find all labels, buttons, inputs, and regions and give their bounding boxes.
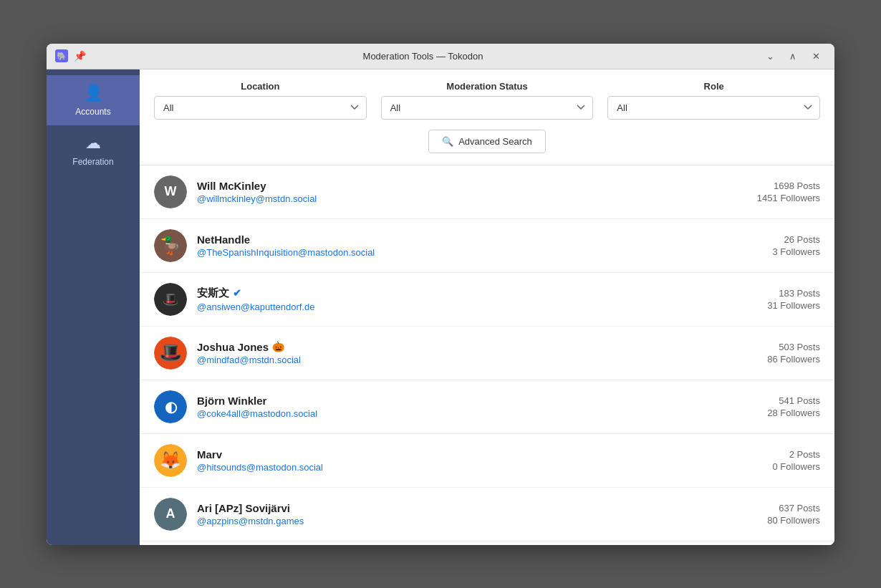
account-stats: 2 Posts 0 Followers (773, 449, 820, 472)
close-button[interactable]: ✕ (806, 49, 826, 63)
account-row[interactable]: ◐ Björn Winkler @coke4all@mastodon.socia… (140, 380, 834, 434)
advanced-search-row: 🔍 Advanced Search (154, 130, 820, 153)
account-name: Björn Winkler (197, 395, 753, 407)
maximize-button[interactable]: ∧ (783, 49, 803, 63)
app-icon: 🐘 (55, 49, 68, 62)
stat-followers: 86 Followers (767, 354, 820, 365)
stat-followers: 28 Followers (767, 408, 820, 418)
role-filter-group: Role All User Moderator Admin (607, 81, 820, 120)
account-info: Joshua Jones 🎃 @mindfad@mstdn.social (197, 341, 753, 365)
search-icon: 🔍 (442, 136, 453, 147)
account-name: NetHandle (197, 233, 759, 246)
account-name: Ari [APz] Sovijärvi (197, 502, 753, 514)
account-avatar: ◐ (154, 390, 187, 423)
federation-label: Federation (72, 157, 113, 167)
account-row[interactable]: 🦊 Marv @hitsounds@mastodon.social 2 Post… (140, 434, 834, 488)
account-name: 安斯文 ✔ (197, 286, 753, 300)
account-row[interactable]: G Giacomo Delfin ✔ @gdelfinch@paquita.ma… (140, 541, 834, 545)
account-avatar: W (154, 175, 187, 208)
moderation-status-label: Moderation Status (381, 81, 594, 92)
app-window: 🐘 📌 Moderation Tools — Tokodon ⌄ ∧ ✕ 👤 A… (47, 44, 834, 545)
federation-icon: ☁ (85, 134, 101, 153)
account-stats: 1698 Posts 1451 Followers (757, 180, 820, 203)
location-filter-group: Location All Local Remote (154, 81, 367, 120)
stat-posts: 503 Posts (767, 342, 820, 352)
account-info: NetHandle @TheSpanishInquisition@mastodo… (197, 233, 759, 258)
location-label: Location (154, 81, 367, 92)
moderation-filter-group: Moderation Status All Active Silenced Su… (381, 81, 594, 120)
pin-icon[interactable]: 📌 (74, 50, 86, 62)
stat-posts: 183 Posts (767, 288, 820, 299)
stat-followers: 0 Followers (773, 461, 820, 472)
window-title: Moderation Tools — Tokodon (363, 51, 483, 62)
main-content: Location All Local Remote Moderation Sta… (140, 69, 834, 545)
account-handle[interactable]: @coke4all@mastodon.social (197, 408, 753, 419)
account-name: Will McKinley (197, 180, 743, 192)
account-info: Björn Winkler @coke4all@mastodon.social (197, 395, 753, 419)
stat-posts: 1698 Posts (757, 180, 820, 191)
stat-posts: 541 Posts (767, 395, 820, 406)
minimize-button[interactable]: ⌄ (760, 49, 780, 63)
account-avatar: 🎩 (154, 337, 187, 370)
stat-posts: 26 Posts (773, 234, 820, 245)
stat-posts: 2 Posts (773, 449, 820, 460)
account-avatar: 🦆 (154, 229, 187, 262)
account-handle[interactable]: @apzpins@mstdn.games (197, 516, 753, 526)
stat-followers: 1451 Followers (757, 193, 820, 203)
account-stats: 503 Posts 86 Followers (767, 342, 820, 365)
advanced-search-button[interactable]: 🔍 Advanced Search (428, 130, 546, 153)
account-stats: 183 Posts 31 Followers (767, 288, 820, 311)
account-handle[interactable]: @TheSpanishInquisition@mastodon.social (197, 247, 759, 258)
stat-followers: 3 Followers (773, 246, 820, 257)
account-row[interactable]: A Ari [APz] Sovijärvi @apzpins@mstdn.gam… (140, 488, 834, 541)
role-select[interactable]: All User Moderator Admin (607, 96, 820, 120)
account-info: 安斯文 ✔ @ansiwen@kaputtendorf.de (197, 286, 753, 312)
account-stats: 637 Posts 80 Followers (767, 503, 820, 526)
account-handle[interactable]: @mindfad@mstdn.social (197, 355, 753, 365)
moderation-status-select[interactable]: All Active Silenced Suspended (381, 96, 594, 120)
stat-followers: 80 Followers (767, 515, 820, 526)
account-row[interactable]: W Will McKinley @willmckinley@mstdn.soci… (140, 165, 834, 219)
sidebar-item-federation[interactable]: ☁ Federation (47, 125, 140, 175)
account-info: Marv @hitsounds@mastodon.social (197, 448, 759, 473)
titlebar-left: 🐘 📌 (55, 49, 86, 62)
accounts-label: Accounts (75, 107, 110, 117)
account-name: Marv (197, 448, 759, 461)
app-body: 👤 Accounts ☁ Federation Location All Loc… (47, 69, 834, 545)
account-name: Joshua Jones 🎃 (197, 341, 753, 353)
account-info: Ari [APz] Sovijärvi @apzpins@mstdn.games (197, 502, 753, 526)
filters-bar: Location All Local Remote Moderation Sta… (140, 69, 834, 165)
account-row[interactable]: 🎩 安斯文 ✔ @ansiwen@kaputtendorf.de 183 Pos… (140, 273, 834, 327)
account-stats: 26 Posts 3 Followers (773, 234, 820, 257)
stat-followers: 31 Followers (767, 300, 820, 311)
location-select[interactable]: All Local Remote (154, 96, 367, 120)
role-label: Role (607, 81, 820, 92)
titlebar: 🐘 📌 Moderation Tools — Tokodon ⌄ ∧ ✕ (47, 44, 834, 69)
account-avatar: 🦊 (154, 444, 187, 477)
window-controls: ⌄ ∧ ✕ (760, 49, 826, 63)
account-handle[interactable]: @willmckinley@mstdn.social (197, 193, 743, 204)
filters-row: Location All Local Remote Moderation Sta… (154, 81, 820, 120)
account-stats: 541 Posts 28 Followers (767, 395, 820, 418)
advanced-search-label: Advanced Search (458, 136, 532, 147)
sidebar-item-accounts[interactable]: 👤 Accounts (47, 75, 140, 125)
accounts-list: W Will McKinley @willmckinley@mstdn.soci… (140, 165, 834, 545)
verified-badge: ✔ (233, 287, 241, 299)
accounts-icon: 👤 (84, 84, 103, 102)
emoji-badge: 🎃 (272, 341, 284, 352)
account-handle[interactable]: @hitsounds@mastodon.social (197, 462, 759, 473)
account-row[interactable]: 🦆 NetHandle @TheSpanishInquisition@masto… (140, 219, 834, 273)
account-handle[interactable]: @ansiwen@kaputtendorf.de (197, 302, 753, 312)
account-avatar: A (154, 498, 187, 531)
stat-posts: 637 Posts (767, 503, 820, 514)
account-row[interactable]: 🎩 Joshua Jones 🎃 @mindfad@mstdn.social 5… (140, 327, 834, 380)
account-avatar: 🎩 (154, 283, 187, 316)
account-info: Will McKinley @willmckinley@mstdn.social (197, 180, 743, 204)
sidebar: 👤 Accounts ☁ Federation (47, 69, 140, 545)
